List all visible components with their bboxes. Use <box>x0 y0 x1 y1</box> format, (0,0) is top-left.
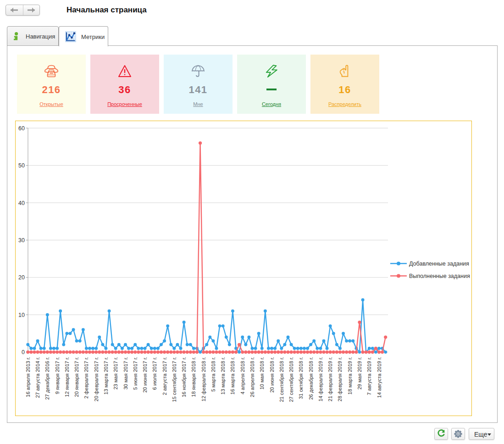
svg-text:2 февраля 2017 г.: 2 февраля 2017 г. <box>83 357 89 399</box>
svg-text:20 июня 2018 г.: 20 июня 2018 г. <box>269 357 275 393</box>
svg-text:26 декабря 2018 г.: 26 декабря 2018 г. <box>308 357 314 400</box>
svg-text:14 августа 2019 г.: 14 августа 2019 г. <box>377 357 382 398</box>
svg-text:16 марта 2018 г.: 16 марта 2018 г. <box>230 357 235 394</box>
svg-text:60: 60 <box>18 125 25 132</box>
svg-text:18 марта 2019 г.: 18 марта 2019 г. <box>347 357 353 394</box>
svg-text:23 мая 2017 г.: 23 мая 2017 г. <box>113 357 118 389</box>
svg-text:29 мая 2019 г.: 29 мая 2019 г. <box>357 357 362 389</box>
svg-text:4 апреля 2018 г.: 4 апреля 2018 г. <box>240 357 245 394</box>
svg-text:13 марта 2017 г.: 13 марта 2017 г. <box>103 357 109 394</box>
svg-text:40: 40 <box>18 200 25 206</box>
svg-text:Выполненные задания: Выполненные задания <box>409 273 470 279</box>
svg-text:5 июня 2017 г.: 5 июня 2017 г. <box>133 357 138 390</box>
svg-text:20 февраля 2017 г.: 20 февраля 2017 г. <box>94 357 99 401</box>
svg-text:30: 30 <box>18 237 25 244</box>
svg-text:13 марта 2018 г.: 13 марта 2018 г. <box>220 357 226 394</box>
svg-text:27 августа 2014 г.: 27 августа 2014 г. <box>35 357 40 398</box>
svg-text:28 февраля 2019 г.: 28 февраля 2019 г. <box>337 357 343 401</box>
svg-text:12 января 2017 г.: 12 января 2017 г. <box>64 357 70 397</box>
svg-text:27 декабря 2016 г.: 27 декабря 2016 г. <box>44 357 50 400</box>
svg-text:Добавленные задания: Добавленные задания <box>409 261 469 267</box>
svg-text:12 февраля 2018 г.: 12 февраля 2018 г. <box>201 357 206 401</box>
svg-text:16 апреля 2013 г.: 16 апреля 2013 г. <box>25 357 31 397</box>
svg-text:10: 10 <box>18 312 25 318</box>
svg-text:20 января 2017 г.: 20 января 2017 г. <box>74 357 79 397</box>
svg-text:16 ноября 2017 г.: 16 ноября 2017 г. <box>181 357 187 397</box>
svg-text:18 января 2018 г.: 18 января 2018 г. <box>191 357 196 397</box>
svg-text:15 сентября 2017 г.: 15 сентября 2017 г. <box>172 357 177 402</box>
svg-text:14 февраля 2019 г.: 14 февраля 2019 г. <box>318 357 323 401</box>
svg-text:27 сентября 2018 г.: 27 сентября 2018 г. <box>288 357 294 402</box>
svg-text:9 января 2017 г.: 9 января 2017 г. <box>55 357 60 394</box>
svg-text:2 августа 2017 г.: 2 августа 2017 г. <box>162 357 167 395</box>
svg-text:20 июня 2017 г.: 20 июня 2017 г. <box>142 357 148 393</box>
svg-text:6 июля 2017 г.: 6 июля 2017 г. <box>152 357 157 390</box>
svg-text:30 мая 2017 г.: 30 мая 2017 г. <box>123 357 128 389</box>
svg-text:21 февраля 2019 г.: 21 февраля 2019 г. <box>327 357 333 401</box>
svg-text:21 сентября 2018 г.: 21 сентября 2018 г. <box>279 357 284 402</box>
svg-text:50: 50 <box>18 162 25 169</box>
svg-text:7 августа 2019 г.: 7 августа 2019 г. <box>366 357 372 395</box>
svg-text:26 апреля 2018 г.: 26 апреля 2018 г. <box>249 357 255 397</box>
svg-text:10 мая 2018 г.: 10 мая 2018 г. <box>259 357 265 389</box>
svg-text:31 октября 2018 г.: 31 октября 2018 г. <box>298 357 304 399</box>
svg-text:5 марта 2018 г.: 5 марта 2018 г. <box>210 357 216 392</box>
svg-text:0: 0 <box>22 349 25 355</box>
svg-text:20: 20 <box>18 274 25 281</box>
